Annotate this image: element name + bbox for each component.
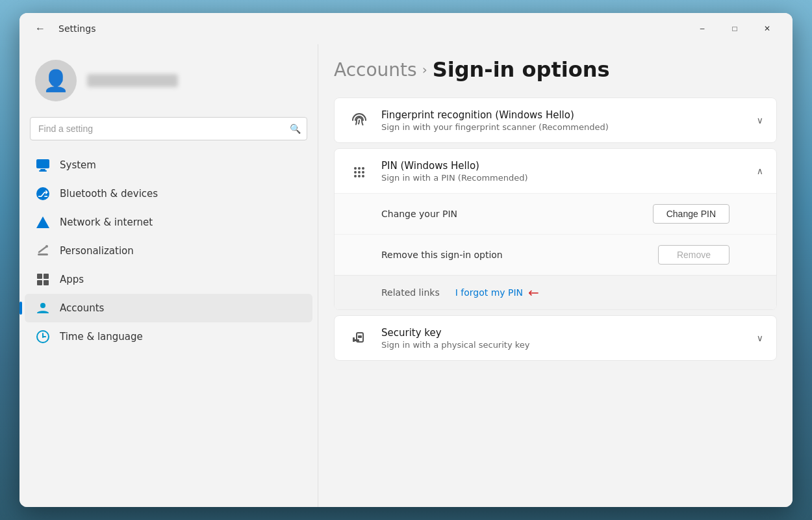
svg-point-23: [354, 175, 357, 177]
user-profile: 👤: [19, 55, 318, 117]
svg-rect-11: [37, 280, 42, 285]
svg-point-25: [362, 175, 364, 177]
svg-rect-10: [44, 274, 49, 279]
window-controls: – □ ✕: [687, 18, 782, 39]
sidebar-item-bluetooth[interactable]: ⎇ Bluetooth & devices: [25, 179, 312, 208]
svg-point-20: [354, 171, 357, 174]
change-pin-row: Change your PIN Change PIN: [335, 194, 776, 234]
settings-window: ← Settings – □ ✕ 👤 🔍: [19, 13, 793, 507]
sidebar-item-network[interactable]: Network & internet: [25, 208, 312, 237]
sidebar-item-system[interactable]: System: [25, 151, 312, 179]
breadcrumb-parent[interactable]: Accounts: [334, 59, 417, 81]
pin-subtitle: Sign in with a PIN (Recommended): [381, 173, 746, 183]
sidebar-item-label-bluetooth: Bluetooth & devices: [60, 188, 158, 200]
avatar: 👤: [35, 60, 77, 101]
search-box: 🔍: [30, 117, 307, 140]
svg-point-18: [358, 167, 361, 170]
time-icon: [35, 329, 51, 344]
svg-rect-0: [36, 159, 49, 168]
pin-card-header[interactable]: PIN (Windows Hello) Sign in with a PIN (…: [335, 149, 776, 193]
remove-pin-row: Remove this sign-in option Remove: [335, 234, 776, 275]
sidebar-item-apps[interactable]: Apps: [25, 265, 312, 294]
sidebar-item-label-system: System: [60, 159, 96, 171]
svg-point-19: [362, 167, 364, 170]
pin-chevron: ∧: [757, 166, 763, 176]
sidebar: 👤 🔍 Sys: [19, 44, 318, 507]
fingerprint-card-text: Fingerprint recognition (Windows Hello) …: [381, 109, 746, 132]
svg-rect-2: [39, 170, 47, 172]
username-blurred: [87, 74, 178, 87]
minimize-button[interactable]: –: [687, 18, 717, 39]
page-header: Accounts › Sign-in options: [334, 44, 777, 98]
page-title: Sign-in options: [433, 57, 610, 82]
svg-point-8: [45, 245, 48, 248]
pin-icon: [348, 159, 371, 183]
svg-point-17: [354, 167, 357, 170]
fingerprint-subtitle: Sign in with your fingerprint scanner (R…: [381, 122, 746, 132]
sidebar-item-label-accounts: Accounts: [60, 302, 104, 314]
titlebar-title: Settings: [58, 23, 95, 34]
related-links-row: Related links I forgot my PIN ←: [335, 275, 776, 309]
content-area: 👤 🔍 Sys: [19, 44, 793, 507]
network-icon: [35, 214, 51, 230]
pin-card-text: PIN (Windows Hello) Sign in with a PIN (…: [381, 160, 746, 183]
sidebar-item-label-personalization: Personalization: [60, 245, 134, 257]
search-input[interactable]: [30, 117, 307, 140]
titlebar-left: ← Settings: [30, 18, 95, 39]
forgot-pin-arrow-icon: ←: [528, 285, 539, 300]
security-key-title: Security key: [381, 327, 746, 339]
maximize-button[interactable]: □: [720, 18, 750, 39]
bluetooth-icon: ⎇: [35, 186, 51, 202]
security-key-card: Security key Sign in with a physical sec…: [334, 315, 777, 361]
sidebar-item-label-network: Network & internet: [60, 216, 153, 228]
svg-rect-1: [40, 169, 45, 170]
svg-marker-5: [36, 216, 49, 228]
back-button[interactable]: ←: [30, 18, 51, 39]
related-links-label: Related links: [381, 287, 440, 298]
security-key-subtitle: Sign in with a physical security key: [381, 340, 746, 350]
search-icon: 🔍: [290, 124, 301, 134]
sidebar-item-personalization[interactable]: Personalization: [25, 237, 312, 265]
forgot-pin-text: I forgot my PIN: [455, 287, 523, 298]
svg-rect-27: [358, 335, 362, 338]
change-pin-button[interactable]: Change PIN: [653, 204, 730, 224]
change-pin-label: Change your PIN: [381, 209, 457, 219]
fingerprint-icon: [348, 109, 371, 132]
personalization-icon: [35, 243, 51, 259]
svg-rect-29: [353, 337, 355, 342]
svg-text:⎇: ⎇: [38, 188, 48, 199]
sidebar-item-label-time: Time & language: [60, 331, 143, 343]
pin-title: PIN (Windows Hello): [381, 160, 746, 172]
nav-list: System ⎇ Bluetooth & devices: [19, 151, 318, 497]
sidebar-item-time[interactable]: Time & language: [25, 322, 312, 351]
svg-point-24: [358, 175, 361, 177]
svg-line-7: [39, 246, 47, 252]
sidebar-item-accounts[interactable]: Accounts: [25, 294, 312, 322]
breadcrumb-separator: ›: [422, 62, 427, 77]
apps-icon: [35, 272, 51, 287]
pin-expanded-content: Change your PIN Change PIN Remove this s…: [335, 193, 776, 309]
svg-rect-12: [44, 280, 49, 285]
system-icon: [35, 157, 51, 173]
fingerprint-title: Fingerprint recognition (Windows Hello): [381, 109, 746, 121]
remove-pin-label: Remove this sign-in option: [381, 250, 503, 260]
remove-pin-button[interactable]: Remove: [658, 245, 730, 265]
main-content: Accounts › Sign-in options: [318, 44, 793, 507]
titlebar: ← Settings – □ ✕: [19, 13, 793, 44]
fingerprint-card: Fingerprint recognition (Windows Hello) …: [334, 98, 777, 143]
close-button[interactable]: ✕: [752, 18, 782, 39]
security-key-icon: [348, 326, 371, 350]
svg-rect-6: [38, 254, 48, 255]
fingerprint-chevron: ∨: [757, 115, 763, 125]
forgot-pin-link[interactable]: I forgot my PIN ←: [455, 285, 539, 300]
svg-point-13: [40, 303, 45, 308]
security-key-chevron: ∨: [757, 333, 763, 343]
security-key-card-header[interactable]: Security key Sign in with a physical sec…: [335, 316, 776, 360]
accounts-icon: [35, 300, 51, 316]
svg-rect-9: [37, 274, 42, 279]
security-key-card-text: Security key Sign in with a physical sec…: [381, 327, 746, 350]
svg-point-21: [358, 171, 361, 174]
fingerprint-card-header[interactable]: Fingerprint recognition (Windows Hello) …: [335, 98, 776, 142]
sidebar-item-label-apps: Apps: [60, 274, 84, 285]
svg-point-22: [362, 171, 364, 174]
